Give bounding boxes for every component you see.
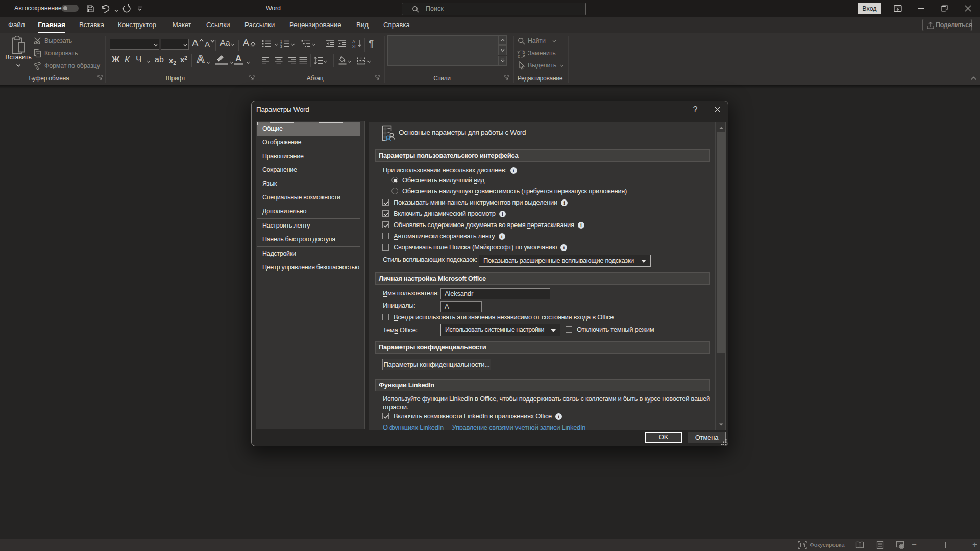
svg-text:Я: Я: [352, 44, 356, 48]
svg-text:c: c: [518, 54, 520, 58]
svg-text:b: b: [523, 49, 525, 55]
svg-text:3: 3: [280, 45, 282, 48]
